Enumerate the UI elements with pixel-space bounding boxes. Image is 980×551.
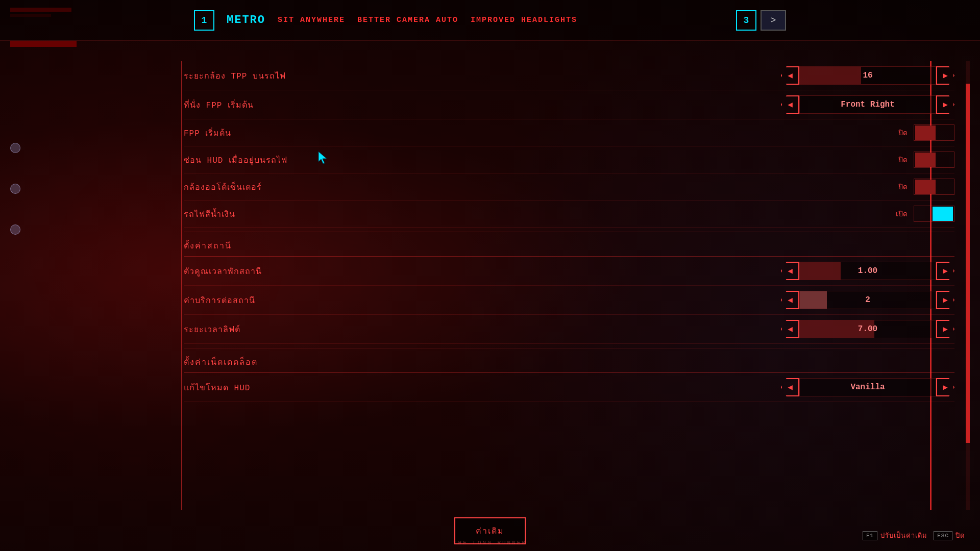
- fpp-start-indicator: [915, 126, 936, 140]
- autocam-indicator: [915, 180, 936, 194]
- scrollbar-thumb: [966, 84, 970, 443]
- fpp-seat-right-arrow[interactable]: ▶: [936, 95, 954, 114]
- tpp-camera-row: ระยะกล้อง TPP บนรถไฟ ◀ 16 ▶: [184, 61, 954, 90]
- hud-label: ซ่อน HUD เมื่ออยู่บนรถไฟ: [184, 154, 892, 166]
- wait-time-fill: [800, 262, 841, 280]
- lift-dist-track: 7.00: [799, 320, 936, 338]
- fpp-start-label: FPP เริ่มต้น: [184, 127, 892, 139]
- lift-dist-label: ระยะเวลาลิฟต์: [184, 323, 781, 336]
- left-decoration-line: [181, 61, 182, 510]
- wait-time-value: 1.00: [858, 266, 877, 276]
- nav-right: 3 >: [736, 10, 786, 31]
- lift-dist-value: 7.00: [858, 324, 877, 334]
- fpp-seat-row: ที่นั่ง FPP เริ่มต้น ◀ Front Right ▶: [184, 90, 954, 119]
- nav-title: METRO: [227, 14, 265, 27]
- service-cost-left-arrow[interactable]: ◀: [781, 291, 799, 309]
- f1-label: ปรับเป็นค่าเดิม: [880, 530, 927, 541]
- autocam-row: กล้องออโต้เซ็นเตอร์ ปิด: [184, 173, 954, 201]
- fpp-seat-label: ที่นั่ง FPP เริ่มต้น: [184, 98, 781, 111]
- tablet-section-header: ตั้งค่าเน็ตเดตล็อต: [184, 348, 954, 373]
- blue-train-toggle[interactable]: [914, 206, 954, 222]
- fpp-start-row: FPP เริ่มต้น ปิด: [184, 119, 954, 146]
- autocam-state: ปิด: [892, 181, 908, 192]
- scrollbar[interactable]: [966, 61, 970, 510]
- service-cost-slider[interactable]: ◀ 2 ▶: [781, 291, 954, 309]
- lift-dist-right-arrow[interactable]: ▶: [936, 320, 954, 338]
- station-section-header: ตั้งค่าสถานี: [184, 232, 954, 257]
- left-sidebar: [10, 143, 20, 235]
- bottom-center-text: THE LONG RUNNER: [453, 540, 527, 546]
- hud-mode-track: Vanilla: [799, 378, 936, 396]
- nav-item-better-camera[interactable]: BETTER CAMERA AUTO: [357, 16, 458, 24]
- hud-toggle[interactable]: [914, 152, 954, 168]
- tpp-camera-slider[interactable]: ◀ 16 ▶: [781, 66, 954, 85]
- tpp-camera-label: ระยะกล้อง TPP บนรถไฟ: [184, 69, 781, 82]
- blue-train-label: รถไฟสีน้ำเงิน: [184, 208, 892, 220]
- circle-3: [10, 224, 20, 235]
- hud-mode-right-arrow[interactable]: ▶: [936, 378, 954, 396]
- hud-mode-value: Vanilla: [850, 383, 885, 392]
- wait-time-slider[interactable]: ◀ 1.00 ▶: [781, 262, 954, 280]
- autocam-toggle[interactable]: [914, 179, 954, 195]
- wait-time-row: ตัวคูณเวลาพักสถานี ◀ 1.00 ▶: [184, 257, 954, 286]
- hud-mode-label: แก้ไขโหมด HUD: [184, 381, 781, 394]
- fpp-seat-track: Front Right: [799, 95, 936, 114]
- fpp-seat-left-arrow[interactable]: ◀: [781, 95, 799, 114]
- settings-container: ระยะกล้อง TPP บนรถไฟ ◀ 16 ▶ ที่นั่ง FPP …: [184, 61, 954, 510]
- f1-key: F1: [863, 531, 877, 540]
- tpp-camera-fill: [800, 67, 861, 84]
- service-cost-fill: [800, 291, 827, 309]
- wait-time-track: 1.00: [799, 262, 936, 280]
- nav-badge-3: 3: [736, 10, 756, 31]
- esc-label: ปิด: [955, 530, 965, 541]
- circle-2: [10, 184, 20, 194]
- tpp-camera-right-arrow[interactable]: ▶: [936, 66, 954, 85]
- hint-esc: ESC ปิด: [934, 530, 965, 541]
- nav-item-improved-headlights[interactable]: IMPROVED HEADLIGHTS: [471, 16, 577, 24]
- hint-f1: F1 ปรับเป็นค่าเดิม: [863, 530, 927, 541]
- blue-train-indicator: [933, 207, 953, 221]
- service-cost-right-arrow[interactable]: ▶: [936, 291, 954, 309]
- service-cost-row: ค่าบริการต่อสถานี ◀ 2 ▶: [184, 286, 954, 315]
- nav-item-sit-anywhere[interactable]: SIT ANYWHERE: [278, 16, 345, 24]
- lift-dist-left-arrow[interactable]: ◀: [781, 320, 799, 338]
- autocam-label: กล้องออโต้เซ็นเตอร์: [184, 181, 892, 193]
- hud-mode-row: แก้ไขโหมด HUD ◀ Vanilla ▶: [184, 373, 954, 402]
- hud-mode-slider[interactable]: ◀ Vanilla ▶: [781, 378, 954, 396]
- blue-train-row: รถไฟสีน้ำเงิน เปิด: [184, 201, 954, 228]
- nav-badge-1: 1: [194, 10, 214, 31]
- circle-1: [10, 143, 20, 153]
- fpp-start-toggle-control[interactable]: ปิด: [892, 124, 954, 141]
- hud-indicator: [915, 153, 936, 167]
- hud-state: ปิด: [892, 154, 908, 165]
- fpp-start-toggle[interactable]: [914, 124, 954, 141]
- tpp-camera-value: 16: [863, 71, 872, 80]
- top-nav: 1 METRO SIT ANYWHERE BETTER CAMERA AUTO …: [0, 0, 980, 41]
- tpp-camera-left-arrow[interactable]: ◀: [781, 66, 799, 85]
- fpp-seat-value: Front Right: [841, 100, 895, 109]
- nav-next-button[interactable]: >: [761, 10, 786, 31]
- hud-mode-left-arrow[interactable]: ◀: [781, 378, 799, 396]
- wait-time-left-arrow[interactable]: ◀: [781, 262, 799, 280]
- lift-dist-row: ระยะเวลาลิฟต์ ◀ 7.00 ▶: [184, 315, 954, 344]
- hud-row: ซ่อน HUD เมื่ออยู่บนรถไฟ ปิด: [184, 146, 954, 173]
- service-cost-label: ค่าบริการต่อสถานี: [184, 294, 781, 307]
- esc-key: ESC: [934, 531, 952, 540]
- wait-time-label: ตัวคูณเวลาพักสถานี: [184, 265, 781, 278]
- service-cost-value: 2: [865, 295, 870, 305]
- service-cost-track: 2: [799, 291, 936, 309]
- progress-bar: [10, 41, 77, 47]
- tpp-camera-track: 16: [799, 66, 936, 85]
- wait-time-right-arrow[interactable]: ▶: [936, 262, 954, 280]
- main-panel: ระยะกล้อง TPP บนรถไฟ ◀ 16 ▶ ที่นั่ง FPP …: [184, 61, 954, 510]
- hud-toggle-control[interactable]: ปิด: [892, 152, 954, 168]
- blue-train-toggle-control[interactable]: เปิด: [892, 206, 954, 222]
- blue-train-state: เปิด: [892, 208, 908, 219]
- lift-dist-slider[interactable]: ◀ 7.00 ▶: [781, 320, 954, 338]
- autocam-toggle-control[interactable]: ปิด: [892, 179, 954, 195]
- fpp-start-state: ปิด: [892, 127, 908, 138]
- fpp-seat-slider[interactable]: ◀ Front Right ▶: [781, 95, 954, 114]
- bottom-hints: F1 ปรับเป็นค่าเดิม ESC ปิด: [863, 530, 965, 541]
